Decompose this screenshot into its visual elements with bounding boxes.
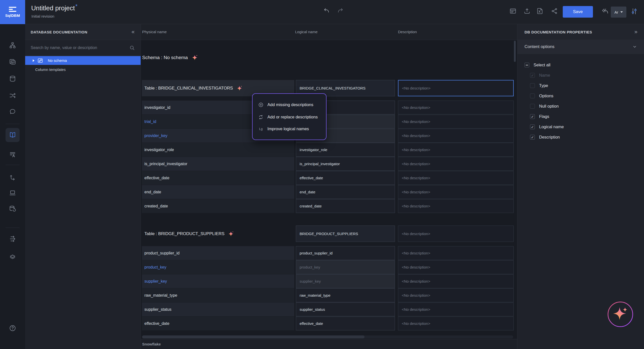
ai-sparkle-icon[interactable] bbox=[236, 85, 243, 91]
logical-name-cell[interactable]: effective_date bbox=[296, 317, 395, 330]
description-cell[interactable]: <No description> bbox=[398, 101, 514, 114]
horizontal-scrollbar-track[interactable] bbox=[142, 335, 513, 338]
physical-name-cell[interactable]: investigator_role bbox=[142, 143, 294, 157]
checkbox[interactable] bbox=[530, 124, 535, 129]
content-options-section[interactable]: Content options bbox=[517, 40, 644, 54]
naming-standards-icon[interactable] bbox=[9, 151, 16, 158]
vertical-scrollbar[interactable] bbox=[514, 41, 516, 62]
physical-name-cell[interactable]: raw_material_type bbox=[142, 288, 294, 302]
checkbox-item-select-all[interactable]: Select all bbox=[517, 60, 644, 70]
logical-name-cell[interactable]: created_date bbox=[296, 199, 395, 213]
sidebar-item-no-schema[interactable]: No schema bbox=[25, 56, 141, 65]
redo-icon[interactable] bbox=[337, 7, 344, 14]
notes-icon[interactable] bbox=[509, 8, 517, 15]
description-cell[interactable]: <No description> bbox=[398, 246, 514, 260]
physical-name-cell[interactable]: is_principal_investigator bbox=[142, 157, 294, 171]
description-cell[interactable]: <No description> bbox=[398, 185, 514, 199]
physical-name-cell[interactable]: supplier_key bbox=[142, 274, 294, 288]
table-description-cell[interactable]: <No description> bbox=[398, 80, 514, 96]
revert-all-icon[interactable] bbox=[601, 8, 609, 15]
ai-sparkle-icon[interactable] bbox=[191, 54, 198, 61]
checkbox-item-description[interactable]: Description bbox=[517, 132, 644, 142]
settings-sliders-icon[interactable] bbox=[630, 8, 638, 15]
project-title[interactable]: Untitled project* bbox=[31, 3, 77, 12]
logical-name-cell[interactable]: end_date bbox=[296, 185, 395, 199]
save-button[interactable]: Save bbox=[563, 6, 593, 18]
physical-name-cell[interactable]: product_key bbox=[142, 260, 294, 274]
menu-item-improve-logical-names[interactable]: Lg Improve logical names bbox=[253, 126, 326, 131]
menu-item-add-or-replace-descriptions[interactable]: Add or replace descriptions bbox=[253, 114, 326, 120]
language-dropdown[interactable]: Ar bbox=[611, 7, 626, 18]
relationships-icon[interactable] bbox=[9, 92, 16, 99]
description-cell[interactable]: <No description> bbox=[398, 199, 514, 213]
description-cell[interactable]: <No description> bbox=[398, 157, 514, 171]
checkbox-item-logical-name[interactable]: Logical name bbox=[517, 122, 644, 132]
table-title-cell[interactable]: Table : BRIDGE_PRODUCT_SUPPLIERS bbox=[142, 226, 294, 242]
logical-name-cell[interactable]: product_key bbox=[296, 260, 395, 274]
logical-name-cell[interactable]: is_principal_investigator bbox=[296, 157, 395, 171]
table-logical-name-cell[interactable]: BRIDGE_PRODUCT_SUPPLIERS bbox=[296, 226, 395, 242]
help-icon[interactable] bbox=[9, 325, 16, 332]
description-cell[interactable]: <No description> bbox=[398, 274, 514, 288]
database-icon[interactable] bbox=[9, 75, 16, 82]
physical-name-cell[interactable]: end_date bbox=[142, 185, 294, 199]
comments-icon[interactable] bbox=[9, 108, 16, 115]
database-sync-icon[interactable] bbox=[9, 205, 16, 212]
description-cell[interactable]: <No description> bbox=[398, 317, 514, 330]
diagram-icon[interactable] bbox=[9, 42, 16, 49]
deploy-arrows-icon[interactable] bbox=[9, 235, 16, 242]
physical-name-cell[interactable]: effective_date bbox=[142, 317, 294, 330]
physical-name-cell[interactable]: supplier_status bbox=[142, 302, 294, 316]
logical-name-cell[interactable]: investigator_role bbox=[296, 143, 395, 157]
laptop-icon[interactable] bbox=[9, 189, 16, 196]
description-cell[interactable]: <No description> bbox=[398, 143, 514, 157]
checkbox[interactable] bbox=[530, 135, 535, 140]
logical-name-cell[interactable]: raw_material_type bbox=[296, 288, 395, 302]
description-cell[interactable]: <No description> bbox=[398, 171, 514, 185]
checkbox-item-type[interactable]: Type bbox=[517, 80, 644, 91]
tables-icon[interactable] bbox=[9, 59, 16, 66]
description-cell[interactable]: <No description> bbox=[398, 260, 514, 274]
checkbox[interactable] bbox=[530, 94, 535, 98]
export-file-icon[interactable] bbox=[536, 8, 544, 15]
physical-name-cell[interactable]: product_supplier_id bbox=[142, 246, 294, 260]
checkbox[interactable] bbox=[530, 83, 535, 88]
checkbox[interactable] bbox=[530, 114, 535, 119]
upload-icon[interactable] bbox=[524, 8, 531, 15]
documentation-icon[interactable] bbox=[6, 128, 20, 142]
collapse-panel-icon[interactable]: « bbox=[132, 29, 135, 35]
logical-name-cell[interactable]: product_supplier_id bbox=[296, 246, 395, 260]
description-cell[interactable]: <No description> bbox=[398, 288, 514, 302]
ai-sparkle-icon[interactable] bbox=[228, 231, 234, 237]
logical-name-cell[interactable]: supplier_key bbox=[296, 274, 395, 288]
checkbox-item-name[interactable]: Name bbox=[517, 70, 644, 80]
checkbox[interactable] bbox=[525, 63, 529, 67]
logical-name-cell[interactable]: effective_date bbox=[296, 171, 395, 185]
ai-assistant-button[interactable] bbox=[607, 301, 634, 328]
table-description-cell[interactable]: <No description> bbox=[398, 226, 514, 242]
ai-actions-popup: Add missing descriptions Add or replace … bbox=[252, 93, 327, 140]
horizontal-scrollbar-thumb[interactable] bbox=[142, 335, 365, 338]
physical-name-cell[interactable]: effective_date bbox=[142, 171, 294, 185]
physical-name-cell[interactable]: created_date bbox=[142, 199, 294, 213]
logical-name-cell[interactable]: supplier_status bbox=[296, 302, 395, 316]
checkbox[interactable] bbox=[530, 104, 535, 109]
checkbox[interactable] bbox=[530, 73, 535, 78]
description-cell[interactable]: <No description> bbox=[398, 302, 514, 316]
description-cell[interactable]: <No description> bbox=[398, 129, 514, 143]
share-icon[interactable] bbox=[551, 8, 558, 15]
expand-panel-icon[interactable]: » bbox=[634, 29, 637, 35]
expand-caret-icon[interactable] bbox=[33, 59, 34, 62]
checkbox-item-flags[interactable]: Flags bbox=[517, 111, 644, 122]
version-control-icon[interactable] bbox=[9, 174, 16, 181]
undo-icon[interactable] bbox=[323, 7, 330, 14]
checkbox-item-options[interactable]: Options bbox=[517, 91, 644, 101]
sidebar-item-column-templates[interactable]: Column templates bbox=[25, 65, 141, 74]
sqldbm-logo[interactable]: SqlDBM bbox=[0, 0, 25, 24]
table-row: is_principal_investigator is_principal_i… bbox=[142, 157, 514, 171]
search-input[interactable]: Search by name, value or description bbox=[25, 40, 141, 56]
menu-item-add-missing-descriptions[interactable]: Add missing descriptions bbox=[253, 102, 326, 108]
checkbox-item-null-option[interactable]: Null option bbox=[517, 101, 644, 111]
description-cell[interactable]: <No description> bbox=[398, 115, 514, 128]
layers-icon[interactable] bbox=[9, 253, 16, 260]
